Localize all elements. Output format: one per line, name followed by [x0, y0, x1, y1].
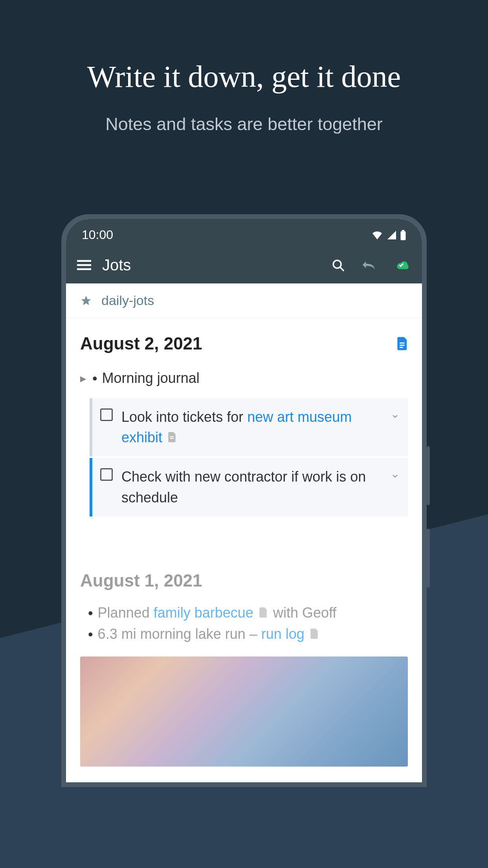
breadcrumb[interactable]: daily-jots: [66, 283, 422, 318]
menu-icon[interactable]: [77, 260, 91, 271]
expand-caret-icon[interactable]: ▶: [80, 374, 86, 383]
photo-attachment[interactable]: [80, 657, 408, 767]
checkbox[interactable]: [100, 468, 113, 481]
svg-rect-10: [170, 436, 174, 437]
svg-rect-8: [400, 345, 405, 346]
svg-rect-7: [400, 342, 405, 344]
link[interactable]: run log: [261, 626, 305, 642]
breadcrumb-label: daily-jots: [101, 293, 154, 308]
journal-label: Morning journal: [102, 370, 200, 386]
chevron-down-icon[interactable]: ⌄: [390, 467, 400, 480]
chevron-down-icon[interactable]: ⌄: [390, 407, 400, 421]
svg-rect-2: [77, 260, 91, 262]
app-bar: Jots: [66, 249, 422, 283]
task-item[interactable]: Check with new contractor if work is on …: [90, 458, 408, 516]
svg-point-5: [333, 260, 341, 268]
svg-rect-4: [77, 268, 91, 270]
list-item[interactable]: • Planned family barbecue with Geoff: [80, 602, 408, 623]
status-bar: 10:00: [66, 219, 422, 249]
list-item[interactable]: • 6.3 mi morning lake run – run log: [80, 623, 408, 645]
svg-rect-1: [401, 231, 406, 240]
svg-rect-9: [400, 347, 403, 348]
section-date-current: August 2, 2021: [80, 318, 408, 365]
section-date-past: August 1, 2021: [80, 555, 408, 602]
task-item[interactable]: Look into tickets for new art museum exh…: [90, 398, 408, 456]
undo-icon[interactable]: [361, 260, 377, 270]
link[interactable]: family barbecue: [154, 605, 253, 621]
svg-rect-11: [170, 438, 174, 439]
promo-subhead: Notes and tasks are better together: [0, 114, 488, 134]
journal-entry[interactable]: ▶ • Morning journal: [80, 365, 408, 391]
task-text: Check with new contractor if work is on …: [121, 467, 382, 508]
wifi-icon: [372, 231, 383, 239]
svg-line-6: [340, 267, 344, 271]
svg-rect-3: [77, 264, 91, 266]
promo-headline: Write it down, get it done: [0, 0, 488, 94]
status-time: 10:00: [82, 228, 113, 242]
checkbox[interactable]: [100, 408, 113, 421]
document-inline-icon: [310, 629, 319, 639]
task-text: Look into tickets for new art museum exh…: [121, 407, 382, 448]
app-title: Jots: [102, 256, 321, 274]
document-inline-icon: [168, 432, 176, 442]
search-icon[interactable]: [332, 259, 345, 272]
star-icon: [80, 295, 92, 307]
signal-icon: [387, 231, 396, 239]
content-area: August 2, 2021 ▶ • Morning journal Look …: [66, 318, 422, 782]
phone-mockup: 10:00 Jots daily-jots: [61, 214, 427, 787]
battery-icon: [400, 230, 406, 240]
svg-rect-0: [402, 230, 405, 231]
document-inline-icon: [259, 607, 268, 618]
cloud-sync-icon[interactable]: [394, 259, 411, 271]
document-icon[interactable]: [397, 337, 408, 350]
